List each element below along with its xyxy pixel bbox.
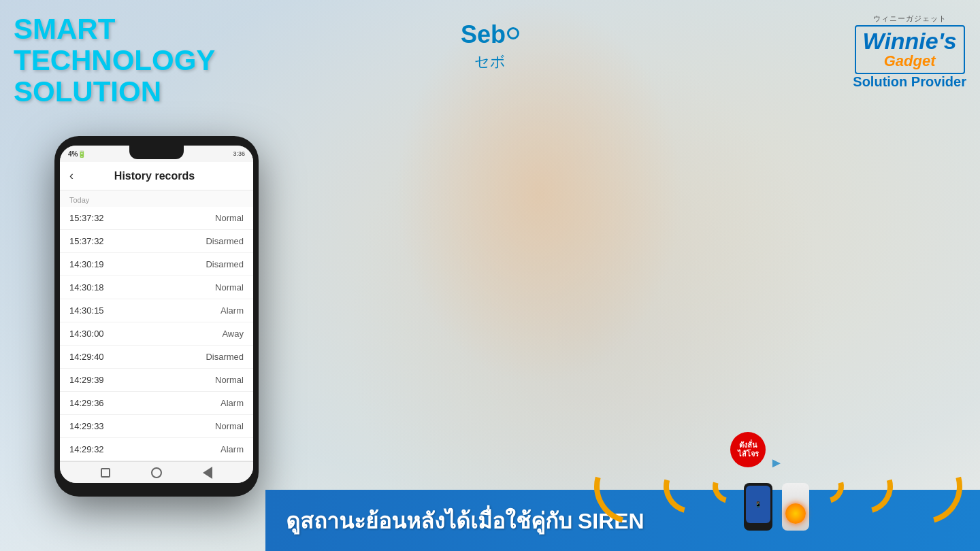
logo-smart-line1: SMART [14, 14, 215, 45]
record-status: Normal [215, 282, 244, 293]
send-icon-area: ► [756, 442, 797, 483]
history-row: 14:30:19Disarmed [60, 253, 253, 276]
status-bar-right: 3:36 [233, 150, 245, 157]
record-time: 14:29:40 [69, 352, 104, 362]
record-status: Alarm [220, 305, 244, 316]
record-status: Disarmed [206, 236, 244, 246]
right-wave-group [813, 452, 960, 521]
siren-graphic: ดังลั่นไส้โจร ► 📱 [597, 442, 960, 531]
record-status: Normal [215, 213, 244, 223]
siren-light [785, 503, 806, 524]
status-bar-left: 4%🔋 [68, 150, 86, 158]
solution-provider-label: Solution Provider [853, 74, 966, 90]
siren-device [782, 483, 809, 531]
nav-circle-icon [151, 467, 162, 478]
nav-square-icon [101, 468, 110, 478]
record-time: 14:30:00 [69, 329, 104, 339]
history-row: 14:29:40Disarmed [60, 346, 253, 369]
app-title: History records [82, 170, 227, 182]
left-wave-group [597, 452, 744, 521]
logo-smart-line3: SOLUTION [14, 76, 215, 107]
logo-center: Seb セボ [461, 20, 519, 72]
logo-smart-line2: TECHNOLOGY [14, 45, 215, 76]
history-row: 15:37:32Disarmed [60, 230, 253, 253]
history-row: 14:29:33Normal [60, 415, 253, 438]
gadget-label: Gadget [863, 52, 957, 70]
winnie-small-text: ウィニーガジェット [853, 14, 966, 24]
record-status: Normal [215, 421, 244, 431]
phone-nav-bar [60, 461, 253, 483]
mini-screen-icon: 📱 [755, 501, 762, 507]
history-rows-container: 15:37:32Normal15:37:32Disarmed14:30:19Di… [60, 207, 253, 461]
siren-devices: ดังลั่นไส้โจร ► 📱 [744, 442, 809, 531]
record-time: 14:29:39 [69, 375, 104, 385]
record-time: 15:37:32 [69, 213, 104, 223]
record-status: Alarm [220, 398, 244, 408]
history-list: Today 15:37:32Normal15:37:32Disarmed14:3… [60, 190, 253, 461]
history-row: 14:30:18Normal [60, 276, 253, 299]
record-status: Alarm [220, 444, 244, 454]
phone-body: 4%🔋 3:36 ‹ History records Today 15:37:3… [54, 136, 259, 497]
back-button[interactable]: ‹ [69, 169, 74, 183]
sebo-japanese: セボ [461, 52, 519, 72]
phone-mockup: 4%🔋 3:36 ‹ History records Today 15:37:3… [54, 136, 259, 497]
mini-phone-screen: 📱 [746, 486, 770, 523]
sebo-name: Seb [461, 20, 506, 48]
logo-right: ウィニーガジェット Winnie's Gadget Solution Provi… [853, 14, 966, 90]
record-time: 15:37:32 [69, 236, 104, 246]
history-row: 15:37:32Normal [60, 207, 253, 230]
mini-phone: 📱 [744, 483, 772, 531]
phone-notch [129, 146, 184, 159]
winnie-main-text: Winnie's [863, 28, 957, 54]
record-time: 14:29:36 [69, 398, 104, 408]
sebo-logo: Seb [461, 20, 519, 49]
nav-back-button[interactable] [201, 466, 214, 480]
record-status: Away [222, 329, 244, 339]
record-status: Normal [215, 375, 244, 385]
winnie-main-logo: Winnie's [863, 29, 957, 52]
sebo-registered-icon [507, 27, 519, 39]
nav-square-button[interactable] [99, 466, 112, 480]
app-header: ‹ History records [60, 162, 253, 190]
history-row: 14:30:00Away [60, 322, 253, 346]
device-row: 📱 [744, 483, 809, 531]
phone-screen: 4%🔋 3:36 ‹ History records Today 15:37:3… [60, 146, 253, 483]
sound-badge-text: ดังลั่นไส้โจร [738, 441, 759, 458]
record-status: Disarmed [206, 259, 244, 269]
winnie-border-box: Winnie's Gadget [855, 25, 965, 74]
history-row: 14:29:39Normal [60, 369, 253, 392]
record-time: 14:30:18 [69, 282, 104, 293]
record-time: 14:29:33 [69, 421, 104, 431]
history-row: 14:29:36Alarm [60, 392, 253, 415]
record-status: Disarmed [206, 352, 244, 362]
history-row: 14:30:15Alarm [60, 299, 253, 322]
nav-triangle-icon [203, 467, 212, 479]
record-time: 14:30:15 [69, 305, 104, 316]
history-row: 14:29:32Alarm [60, 438, 253, 461]
send-icon: ► [770, 455, 783, 471]
record-time: 14:29:32 [69, 444, 104, 454]
nav-home-button[interactable] [150, 466, 163, 480]
date-label: Today [60, 190, 253, 207]
record-time: 14:30:19 [69, 259, 104, 269]
bottom-thai-text: ดูสถานะย้อนหลังได้เมื่อใช้คู่กับ SIREN [286, 503, 644, 538]
logo-left: SMART TECHNOLOGY SOLUTION [14, 14, 215, 108]
